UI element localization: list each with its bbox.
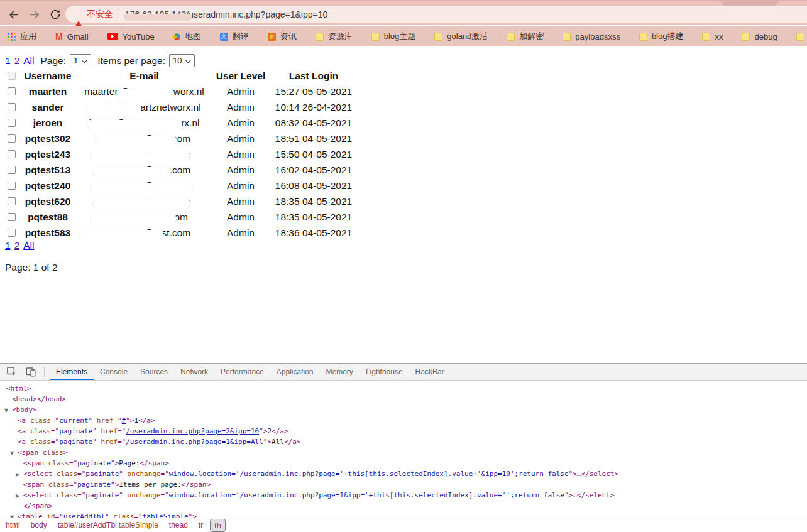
select-all-checkbox[interactable] (8, 72, 16, 80)
bookmark-翻译[interactable]: 文翻译 (220, 31, 249, 42)
code-line[interactable]: </span> (0, 501, 807, 511)
page-link-1[interactable]: 1 (5, 55, 11, 67)
folder-icon (507, 33, 515, 41)
collapse-arrow-icon[interactable]: ▶ (16, 491, 19, 501)
grid-dot (14, 36, 16, 38)
code-token: <select (23, 491, 57, 499)
bookmark-blog主题[interactable]: blog主题 (371, 31, 416, 42)
items-per-page-select[interactable]: 10 (169, 54, 195, 67)
bookmark-xx[interactable]: xx (702, 32, 723, 41)
row-checkbox[interactable] (8, 229, 16, 237)
row-checkbox[interactable] (8, 197, 16, 205)
user-level-cell: Admin (212, 165, 270, 176)
row-checkbox[interactable] (8, 166, 16, 174)
code-line[interactable]: ▶<select class="paginate" onchange="wind… (0, 469, 807, 479)
row-checkbox[interactable] (8, 150, 16, 158)
username-cell: pqtest583 (19, 227, 77, 239)
breadcrumb-item[interactable]: thead (169, 521, 188, 529)
row-checkbox[interactable] (8, 213, 16, 221)
inspect-element-button[interactable] (4, 365, 20, 379)
devtools-tab-elements[interactable]: Elements (50, 364, 94, 380)
expand-arrow-icon[interactable]: ▼ (4, 405, 8, 416)
device-toolbar-button[interactable] (23, 365, 39, 379)
code-token: "> (569, 470, 577, 478)
bookmark-加解密[interactable]: 加解密 (507, 31, 544, 42)
devtools-tab-memory[interactable]: Memory (320, 364, 360, 380)
code-token: class (30, 416, 51, 425)
breadcrumb-item[interactable]: body (31, 521, 47, 529)
code-line[interactable]: ▼<body> (0, 404, 807, 415)
expand-arrow-icon[interactable]: ▼ (10, 448, 14, 459)
table-row: pqtest88PQtest88@test.comAdmin18:35 04-0… (4, 209, 358, 225)
devtools-tab-sources[interactable]: Sources (134, 364, 174, 380)
devtools-panel: ElementsConsoleSourcesNetworkPerformance… (0, 363, 807, 532)
row-checkbox[interactable] (8, 119, 16, 127)
page-link-2[interactable]: 2 (14, 240, 20, 251)
row-checkbox[interactable] (8, 134, 16, 143)
bookmark-Gmail[interactable]: MGmail (55, 32, 89, 41)
code-line[interactable]: <a class="current" href="#">1</a> (0, 415, 807, 426)
code-line[interactable]: <a class="paginate" href="/useradmin.inc… (0, 437, 807, 447)
bookmark-资讯[interactable]: 资资讯 (268, 31, 297, 42)
bookmark-goland激活[interactable]: goland激活 (434, 31, 488, 42)
code-token: " (92, 427, 101, 435)
devtools-tab-hackbar[interactable]: HackBar (409, 364, 451, 380)
code-token: <a (18, 427, 30, 435)
devtools-tabbar: ElementsConsoleSourcesNetworkPerformance… (0, 364, 807, 381)
username-cell: pqtest243 (19, 149, 77, 160)
bookmark-资源库[interactable]: 资源库 (316, 31, 353, 42)
code-line[interactable]: <a class="paginate" href="/useradmin.inc… (0, 426, 807, 437)
devtools-tab-network[interactable]: Network (174, 364, 214, 380)
breadcrumb-item[interactable]: th (210, 519, 226, 532)
code-line[interactable]: <span class="paginate">Items per page:</… (0, 479, 807, 490)
youtube-icon (107, 33, 118, 40)
breadcrumb-item[interactable]: html (6, 521, 20, 529)
bookmark-payloadsxss[interactable]: payloadsxss (563, 32, 620, 41)
redaction-scribble (79, 230, 163, 239)
url-bar[interactable]: ! 不安全 176.62.105.143/useradmin.inc.php?p… (65, 6, 807, 23)
bookmark-exp[interactable]: exp (796, 32, 807, 41)
bookmark-debug[interactable]: debug (742, 32, 777, 41)
code-line[interactable]: <html> (0, 383, 807, 394)
code-token: "> (126, 416, 134, 425)
devtools-tab-lighthouse[interactable]: Lighthouse (360, 364, 409, 380)
back-button[interactable] (6, 7, 21, 22)
code-line[interactable]: ▶<select class="paginate" onchange="wind… (0, 490, 807, 501)
bookmark-blog搭建[interactable]: blog搭建 (639, 31, 684, 42)
breadcrumb-item[interactable]: table#userAddTbl.tableSimple (58, 521, 158, 529)
pagination-links: 12All (5, 55, 34, 67)
table-row: sandersander@smartznetworx.nlAdmin10:14 … (4, 99, 358, 115)
collapse-arrow-icon[interactable]: ▶ (16, 469, 19, 480)
page-link-all[interactable]: All (23, 55, 34, 67)
page-link-1[interactable]: 1 (5, 240, 11, 251)
devtools-tab-console[interactable]: Console (94, 364, 134, 380)
code-token: <span (23, 480, 48, 489)
code-line[interactable]: <span class="paginate">Page:</span> (0, 458, 807, 469)
page-select[interactable]: 1 (70, 54, 91, 67)
code-line[interactable]: <head></head> (0, 394, 807, 404)
page-link-all[interactable]: All (23, 240, 34, 251)
bookmark-应用[interactable]: 应用 (8, 31, 36, 42)
page-link-2[interactable]: 2 (14, 55, 20, 67)
reload-button[interactable] (48, 7, 63, 22)
code-token: =" (113, 416, 121, 425)
code-token: window.location='/useradmin.inc.php?page… (169, 470, 569, 478)
username-cell: pqtest513 (19, 165, 77, 176)
row-checkbox[interactable] (8, 103, 16, 111)
forward-button[interactable] (26, 7, 41, 22)
bookmark-label: xx (715, 32, 723, 41)
row-checkbox[interactable] (8, 182, 16, 190)
page-label: Page: (40, 55, 66, 67)
bookmark-地图[interactable]: 地图 (173, 31, 201, 42)
code-token: <head></head> (12, 395, 66, 403)
pagination-links: 12All (5, 240, 34, 251)
bookmark-YouTube[interactable]: YouTube (107, 32, 155, 41)
email-cell: sander@smartznetworx.nl (77, 102, 212, 113)
code-line[interactable]: ▼<span class> (0, 447, 807, 458)
code-token: " (89, 416, 97, 425)
devtools-tab-performance[interactable]: Performance (214, 364, 270, 380)
row-checkbox[interactable] (8, 87, 16, 95)
code-token: =" (51, 416, 59, 425)
breadcrumb-item[interactable]: tr (199, 521, 203, 529)
devtools-tab-application[interactable]: Application (270, 364, 320, 380)
